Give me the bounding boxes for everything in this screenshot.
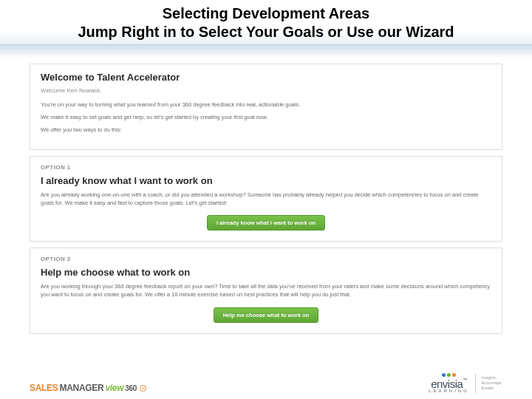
- welcome-p2: We make it easy to set goals and get hel…: [41, 114, 491, 122]
- option-2-panel: OPTION 2 Help me choose what to work on …: [30, 248, 502, 334]
- slide-footer: SALES MANAGER view 360 + envisia™ LEARNI…: [0, 373, 532, 393]
- option-2-title: Help me choose what to work on: [41, 267, 491, 278]
- option-2-body: Are you working through your 360 degree …: [41, 283, 491, 299]
- option-1-panel: OPTION 1 I already know what I want to w…: [30, 156, 502, 242]
- envisia-mark: envisia™ LEARNING: [429, 373, 469, 393]
- welcome-p1: You're on your way to turning what you l…: [41, 101, 491, 109]
- slide-title: Selecting Development Areas Jump Right i…: [30, 4, 502, 41]
- option-1-button[interactable]: I already know what I want to work on: [207, 215, 325, 231]
- footer-divider: [475, 374, 476, 393]
- envisia-tagline: Insights. Encourage. Excels.: [482, 375, 502, 391]
- title-line-1: Selecting Development Areas: [163, 5, 369, 21]
- welcome-p3: We offer you two ways to do this:: [41, 126, 491, 134]
- envisia-dots-icon: [442, 373, 456, 377]
- option-1-text: Are you already working one-on-one with …: [41, 191, 491, 208]
- decorative-wave: [0, 44, 532, 58]
- option-1-label: OPTION 1: [41, 164, 491, 171]
- welcome-title: Welcome to Talent Accelerator: [41, 72, 491, 83]
- option-2-button-row: Help me choose what to work on: [41, 307, 491, 323]
- envisia-learning-logo: envisia™ LEARNING Insights. Encourage. E…: [429, 373, 502, 393]
- welcome-body: You're on your way to turning what you l…: [41, 101, 491, 134]
- logo-text-sales: SALES: [30, 383, 58, 393]
- option-1-button-row: I already know what I want to work on: [41, 214, 491, 231]
- option-2-text: Are you working through your 360 degree …: [41, 283, 491, 299]
- option-2-button[interactable]: Help me choose what to work on: [214, 307, 319, 323]
- option-1-title: I already know what I want to work on: [41, 175, 491, 186]
- sales-manager-view-360-logo: SALES MANAGER view 360 +: [30, 383, 146, 393]
- welcome-greeting: Welcome Ken Nowack.: [41, 87, 491, 94]
- tagline-2: Encourage.: [482, 381, 502, 386]
- logo-text-manager: MANAGER: [60, 383, 104, 393]
- trademark-icon: ™: [463, 378, 467, 382]
- welcome-panel: Welcome to Talent Accelerator Welcome Ke…: [30, 64, 502, 150]
- slide-header: Selecting Development Areas Jump Right i…: [0, 0, 532, 44]
- option-2-label: OPTION 2: [41, 256, 491, 262]
- content-area: Welcome to Talent Accelerator Welcome Ke…: [30, 64, 502, 334]
- tagline-3: Excels.: [482, 386, 502, 391]
- logo-text-view: view: [105, 383, 123, 393]
- registered-icon: +: [140, 385, 146, 392]
- option-1-body: Are you already working one-on-one with …: [41, 191, 491, 208]
- envisia-sub: LEARNING: [429, 389, 469, 393]
- tagline-1: Insights.: [482, 375, 502, 381]
- logo-text-360: 360: [125, 384, 137, 392]
- title-line-2: Jump Right in to Select Your Goals or Us…: [78, 24, 454, 40]
